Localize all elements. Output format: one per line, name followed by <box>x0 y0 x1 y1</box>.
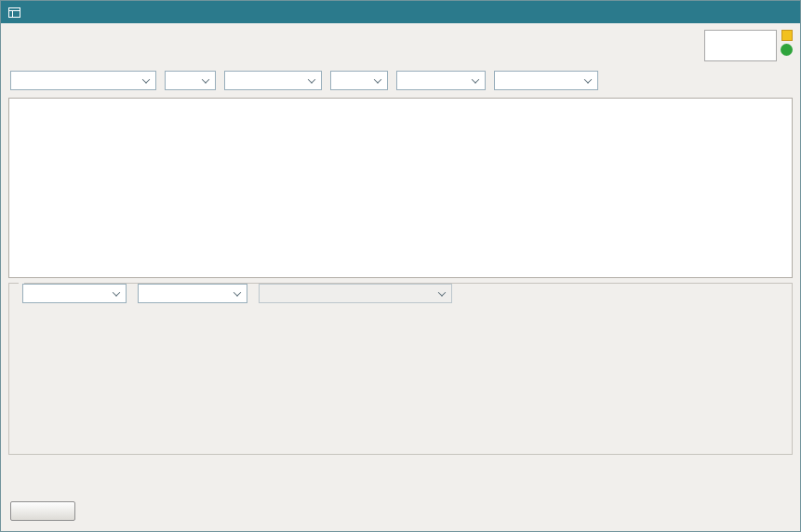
header-col-middle <box>236 30 493 61</box>
plot-area <box>50 307 784 448</box>
header-side <box>704 30 793 61</box>
chevron-down-icon <box>234 288 241 296</box>
line-chart <box>17 307 784 448</box>
y-axis <box>17 307 50 436</box>
chart-controls <box>17 284 784 303</box>
header-col-right <box>494 30 704 61</box>
filter-bar <box>1 66 800 98</box>
note-icon[interactable] <box>781 30 793 41</box>
titlebar <box>1 1 800 23</box>
photo-placeholder <box>704 30 777 61</box>
filter-per-sector <box>330 68 388 90</box>
header-col-left <box>10 30 236 61</box>
x-axis <box>50 436 784 448</box>
chevron-down-icon <box>113 288 120 296</box>
relatie-resultaten-window <box>0 0 801 532</box>
sector-select <box>259 284 452 303</box>
bron-select[interactable] <box>138 284 247 303</box>
relation-header <box>1 23 800 66</box>
filter-jaar <box>165 68 216 90</box>
tijdvak-select[interactable] <box>224 71 322 90</box>
footer <box>1 495 800 531</box>
status-icons <box>781 30 793 56</box>
check-icon[interactable] <box>781 44 793 56</box>
per-sector-select[interactable] <box>330 71 388 90</box>
filter-rapportkeuze <box>10 68 156 90</box>
chevron-down-icon <box>202 75 209 83</box>
jaar-select[interactable] <box>165 71 216 90</box>
results-table <box>8 98 793 278</box>
soort-statistiek-select[interactable] <box>494 71 598 90</box>
handmatige-omzet-select[interactable] <box>396 71 486 90</box>
rapportkeuze-select[interactable] <box>10 71 156 90</box>
type-select[interactable] <box>22 284 127 303</box>
chevron-down-icon <box>308 75 315 83</box>
chevron-down-icon <box>472 75 479 83</box>
chart-plot <box>50 307 784 436</box>
filter-handmatige-omzet <box>396 68 486 90</box>
chevron-down-icon <box>142 75 150 83</box>
chevron-down-icon <box>438 288 446 296</box>
filter-tijdvak <box>224 68 322 90</box>
ok-button[interactable] <box>10 501 75 521</box>
chevron-down-icon <box>584 75 592 83</box>
window-icon <box>8 7 20 18</box>
chevron-down-icon <box>374 75 381 83</box>
filter-soort-statistiek <box>494 68 598 90</box>
grafiek-panel <box>8 283 793 455</box>
